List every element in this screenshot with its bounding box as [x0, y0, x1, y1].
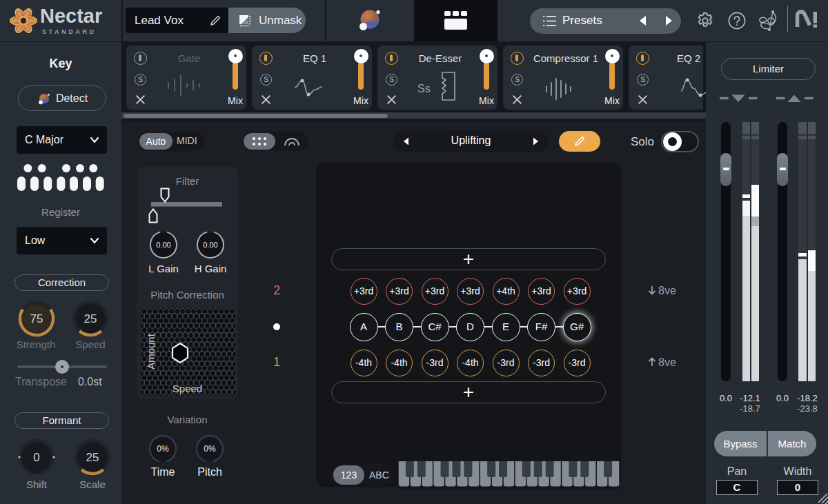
svg-text:0.00: 0.00 [203, 241, 217, 249]
svg-text:Ss: Ss [417, 83, 431, 94]
svg-text:25: 25 [86, 451, 99, 464]
svg-text:0: 0 [33, 451, 39, 464]
svg-text:0.00: 0.00 [156, 241, 170, 249]
svg-text:0%: 0% [204, 444, 216, 454]
svg-text:25: 25 [84, 312, 97, 325]
svg-text:0%: 0% [157, 444, 169, 454]
svg-text:75: 75 [30, 312, 43, 325]
